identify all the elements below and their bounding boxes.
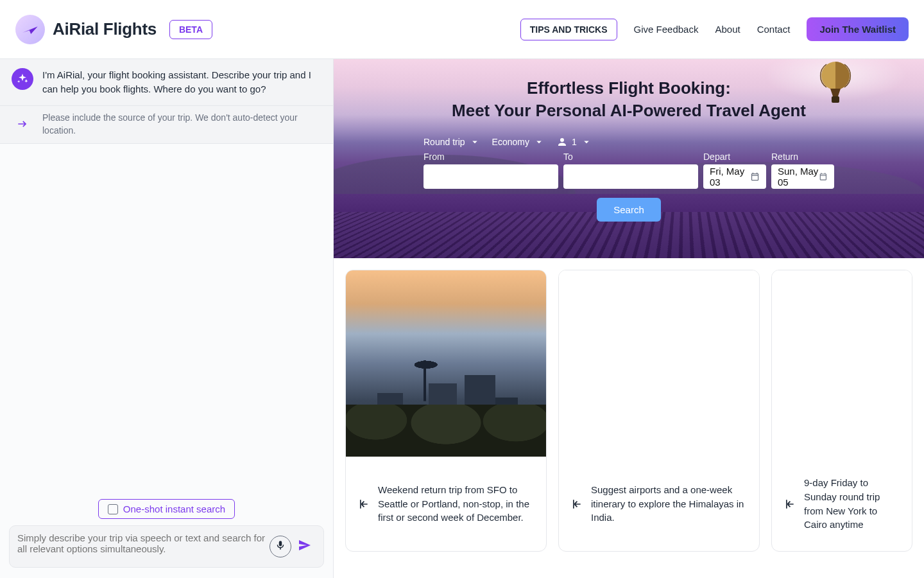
nav-about[interactable]: About: [715, 24, 740, 35]
logo-icon: [15, 15, 45, 44]
assistant-message-text: I'm AiRial, your flight booking assistan…: [42, 68, 321, 96]
insert-left-icon: [356, 497, 370, 511]
chevron-down-icon: [469, 136, 481, 148]
card-image-placeholder: [772, 270, 912, 457]
oneshot-label: One-shot instant search: [123, 504, 225, 514]
svg-rect-1: [832, 96, 839, 103]
hero-tagline: Effortless Flight Booking: Meet Your Per…: [452, 77, 806, 122]
depart-date-picker[interactable]: Fri, May 03: [703, 164, 766, 189]
depart-label: Depart: [703, 152, 766, 162]
depart-value: Fri, May 03: [710, 166, 750, 188]
card-image-placeholder: [559, 270, 759, 457]
return-field: Return Sun, May 05: [771, 152, 834, 189]
trip-type-select[interactable]: Round trip: [424, 136, 481, 148]
cabin-class-select[interactable]: Economy: [492, 136, 545, 148]
chevron-down-icon: [581, 136, 592, 148]
from-input[interactable]: [424, 164, 558, 189]
depart-field: Depart Fri, May 03: [703, 152, 766, 189]
balloon-icon: [817, 62, 853, 107]
to-input[interactable]: [563, 164, 698, 189]
sparkle-icon: [12, 68, 33, 90]
send-icon: [297, 538, 312, 556]
hero-tagline-l1: Effortless Flight Booking:: [452, 77, 806, 100]
search-button[interactable]: Search: [597, 198, 661, 222]
chat-input[interactable]: [17, 532, 270, 561]
to-label: To: [563, 152, 698, 162]
tips-and-tricks-button[interactable]: TIPS AND TRICKS: [520, 19, 617, 40]
nav-contact[interactable]: Contact: [757, 24, 791, 35]
top-nav: TIPS AND TRICKS Give Feedback About Cont…: [520, 17, 909, 41]
person-icon: [556, 136, 568, 148]
card-text: Weekend return trip from SFO to Seattle …: [378, 483, 533, 525]
flight-search-form: Round trip Economy 1 From: [424, 136, 834, 222]
from-field: From: [424, 152, 558, 189]
brand-block: AiRial Flights: [15, 15, 157, 44]
return-label: Return: [771, 152, 834, 162]
cabin-value: Economy: [492, 137, 529, 147]
suggestion-card[interactable]: Weekend return trip from SFO to Seattle …: [345, 270, 547, 552]
suggestion-cards: Weekend return trip from SFO to Seattle …: [334, 258, 924, 563]
nav-give-feedback[interactable]: Give Feedback: [634, 24, 699, 35]
card-text: 9-day Friday to Sunday round trip from N…: [804, 476, 899, 532]
send-button[interactable]: [294, 536, 316, 557]
insert-left-icon: [569, 497, 583, 511]
chevron-down-icon: [533, 136, 545, 148]
to-field: To: [563, 152, 698, 189]
trip-type-value: Round trip: [424, 137, 465, 147]
mic-button[interactable]: [270, 536, 291, 557]
search-selectors: Round trip Economy 1: [424, 136, 834, 148]
hero-banner: Effortless Flight Booking: Meet Your Per…: [334, 59, 924, 258]
chat-scroll: I'm AiRial, your flight booking assistan…: [0, 59, 333, 493]
card-image-seattle: [346, 270, 546, 457]
mic-icon: [275, 539, 286, 554]
join-waitlist-button[interactable]: Join The Waitlist: [807, 17, 909, 41]
arrow-right-icon: [12, 111, 33, 137]
checkbox-icon: [108, 504, 118, 514]
calendar-icon: [819, 171, 828, 182]
from-label: From: [424, 152, 558, 162]
assistant-note: Please include the source of your trip. …: [0, 106, 333, 144]
return-value: Sun, May 05: [778, 166, 819, 188]
main-split: I'm AiRial, your flight booking assistan…: [0, 59, 924, 578]
oneshot-toggle[interactable]: One-shot instant search: [98, 499, 235, 519]
content-panel: Effortless Flight Booking: Meet Your Per…: [334, 59, 924, 578]
app-header: AiRial Flights BETA TIPS AND TRICKS Give…: [0, 0, 924, 59]
card-text: Suggest airports and a one-week itinerar…: [591, 483, 746, 525]
assistant-message: I'm AiRial, your flight booking assistan…: [0, 59, 333, 106]
suggestion-card[interactable]: Suggest airports and a one-week itinerar…: [558, 270, 760, 552]
chat-composer: [9, 525, 324, 568]
assistant-note-text: Please include the source of your trip. …: [42, 111, 321, 137]
brand-name: AiRial Flights: [53, 19, 157, 39]
passengers-select[interactable]: 1: [556, 136, 592, 148]
suggestion-card[interactable]: 9-day Friday to Sunday round trip from N…: [771, 270, 912, 552]
beta-badge: BETA: [169, 20, 212, 39]
passengers-value: 1: [572, 137, 577, 147]
calendar-icon: [750, 171, 760, 182]
chat-panel: I'm AiRial, your flight booking assistan…: [0, 59, 334, 578]
return-date-picker[interactable]: Sun, May 05: [771, 164, 834, 189]
svg-point-0: [821, 62, 850, 90]
insert-left-icon: [782, 497, 796, 511]
search-inputs-row: From To Depart Fri, May 03: [424, 152, 834, 189]
hero-tagline-l2: Meet Your Personal AI-Powered Travel Age…: [452, 100, 806, 122]
chat-composer-area: One-shot instant search: [0, 493, 333, 578]
